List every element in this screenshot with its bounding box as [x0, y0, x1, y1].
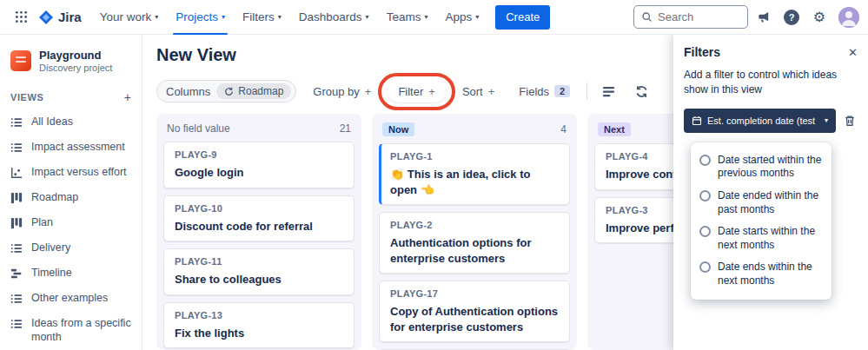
radio-button[interactable] [699, 226, 711, 237]
idea-card-playg-10[interactable]: PLAYG-10 Discount code for referral [163, 195, 354, 242]
columns-field-button[interactable]: Columns Roadmap [156, 80, 296, 102]
board-column-no-field-value: No field value 21 PLAYG-9 Google login P… [156, 114, 361, 350]
sidebar-item-label: Ideas from a specific month [31, 316, 131, 345]
idea-card-playg-11[interactable]: PLAYG-11 Share to colleagues [163, 248, 354, 295]
card-summary: Authentication options for enterprise cu… [390, 235, 559, 266]
group-by-button[interactable]: Group by + [305, 82, 379, 102]
column-count: 21 [340, 122, 351, 135]
idea-card-playg-9[interactable]: PLAYG-9 Google login [163, 142, 354, 188]
idea-card-playg-17[interactable]: PLAYG-17 Copy of Authentication options … [379, 281, 570, 342]
nav-item-projects[interactable]: Projects ▾ [168, 0, 233, 35]
filter-option-label: Date started within the previous months [718, 154, 823, 181]
filter-button[interactable]: Filter + [388, 81, 445, 102]
project-type: Discovery project [39, 63, 112, 73]
filter-option-label: Date ends within the next months [718, 261, 823, 287]
help-icon[interactable]: ? [779, 5, 804, 30]
fields-count-badge: 2 [554, 85, 570, 97]
filter-option-date-started-previous[interactable]: Date started within the previous months [691, 149, 832, 185]
filter-field-dropdown[interactable]: Est. completion date (test ▾ [684, 109, 836, 133]
views-label: VIEWS [10, 92, 43, 102]
column-header: Now 4 [379, 121, 570, 143]
sidebar-item-ideas-from-specific-month[interactable]: Ideas from a specific month [0, 311, 142, 350]
sort-button[interactable]: Sort + [454, 82, 502, 102]
sidebar-item-impact-assessment[interactable]: Impact assessment [0, 135, 142, 160]
idea-card-playg-13[interactable]: PLAYG-13 Fix the lights [163, 302, 354, 349]
trash-icon[interactable] [842, 113, 858, 129]
project-icon [10, 50, 31, 71]
card-summary: Fix the lights [175, 326, 343, 341]
sidebar-item-timeline[interactable]: Timeline [0, 261, 142, 286]
card-key: PLAYG-2 [390, 220, 559, 230]
fields-button[interactable]: Fields 2 [511, 82, 578, 102]
create-button[interactable]: Create [495, 5, 550, 30]
sidebar-item-label: All Ideas [31, 115, 73, 129]
idea-card-playg-1[interactable]: PLAYG-1 👏 This is an idea, click to open… [379, 143, 570, 205]
sidebar: Playground Discovery project VIEWS + All… [0, 35, 142, 350]
filter-option-date-ended-past[interactable]: Date ended within the past months [691, 185, 832, 221]
megaphone-icon[interactable] [752, 5, 776, 30]
chevron-down-icon: ▾ [222, 14, 225, 21]
nav-item-dashboards[interactable]: Dashboards ▾ [291, 0, 377, 35]
sidebar-item-label: Delivery [31, 241, 70, 254]
filters-panel-description: Add a filter to control which ideas show… [684, 68, 858, 98]
column-title-badge: Next [598, 122, 631, 136]
nav-item-your-work[interactable]: Your work ▾ [92, 0, 167, 35]
sidebar-item-delivery[interactable]: Delivery [0, 235, 142, 261]
fields-label: Fields [519, 85, 549, 98]
board-columns-icon [10, 191, 23, 205]
nav-item-filters[interactable]: Filters ▾ [235, 0, 289, 35]
chevron-down-icon: ▾ [424, 14, 427, 21]
jira-logo-text: Jira [58, 10, 82, 24]
board-columns-icon [10, 216, 23, 230]
column-header: No field value 21 [163, 121, 354, 142]
sidebar-item-other-examples[interactable]: Other examples [0, 286, 142, 311]
search-input[interactable] [658, 10, 741, 23]
user-avatar[interactable] [838, 7, 859, 28]
nav-item-teams[interactable]: Teams ▾ [379, 0, 436, 35]
nav-item-apps[interactable]: Apps ▾ [437, 0, 487, 35]
search-box[interactable] [633, 5, 748, 29]
column-count: 4 [560, 123, 567, 135]
sidebar-item-roadmap[interactable]: Roadmap [0, 185, 142, 210]
card-summary: Discount code for referral [175, 219, 343, 234]
card-key: PLAYG-9 [175, 149, 343, 160]
columns-value: Roadmap [238, 85, 283, 97]
sidebar-item-plan[interactable]: Plan [0, 210, 142, 235]
project-header[interactable]: Playground Discovery project [0, 43, 142, 87]
idea-card-playg-2[interactable]: PLAYG-2 Authentication options for enter… [379, 212, 570, 274]
timeline-bars-icon [10, 267, 23, 281]
views-section-header: VIEWS + [0, 87, 142, 109]
view-density-icon[interactable] [596, 79, 620, 103]
close-icon[interactable]: ✕ [848, 46, 858, 59]
nav-item-label: Your work [100, 10, 152, 23]
card-key: PLAYG-10 [175, 203, 343, 214]
radio-button[interactable] [699, 190, 711, 201]
board-column-now: Now 4 PLAYG-1 👏 This is an idea, click t… [372, 114, 577, 350]
sidebar-item-impact-versus-effort[interactable]: Impact versus effort [0, 160, 142, 185]
plus-icon: + [488, 85, 495, 98]
jira-logo[interactable]: Jira [38, 10, 82, 25]
calendar-icon [692, 116, 702, 126]
radio-button[interactable] [699, 155, 711, 166]
card-key: PLAYG-17 [390, 288, 559, 299]
nav-item-label: Projects [176, 10, 218, 23]
sidebar-item-all-ideas[interactable]: All Ideas [0, 109, 142, 135]
filter-option-date-ends-next[interactable]: Date ends within the next months [691, 256, 832, 292]
filter-option-date-starts-next[interactable]: Date starts within the next months [691, 221, 832, 256]
add-view-button[interactable]: + [124, 90, 131, 104]
nav-item-label: Teams [387, 10, 421, 23]
list-icon [10, 292, 23, 306]
app-switcher-icon[interactable] [9, 5, 33, 30]
radio-button[interactable] [699, 261, 711, 273]
card-key: PLAYG-11 [175, 256, 343, 267]
nav-item-label: Apps [445, 10, 472, 23]
refresh-sync-icon[interactable] [629, 79, 653, 103]
filter-option-label: Date ended within the past months [718, 189, 823, 216]
sidebar-item-label: Timeline [31, 266, 72, 280]
list-icon [10, 141, 23, 155]
matrix-chart-icon [10, 166, 23, 180]
chevron-down-icon: ▾ [155, 14, 158, 21]
filters-panel: Filters ✕ Add a filter to control which … [673, 35, 868, 350]
sidebar-item-label: Other examples [31, 291, 108, 305]
settings-gear-icon[interactable]: ⚙ [807, 5, 832, 30]
